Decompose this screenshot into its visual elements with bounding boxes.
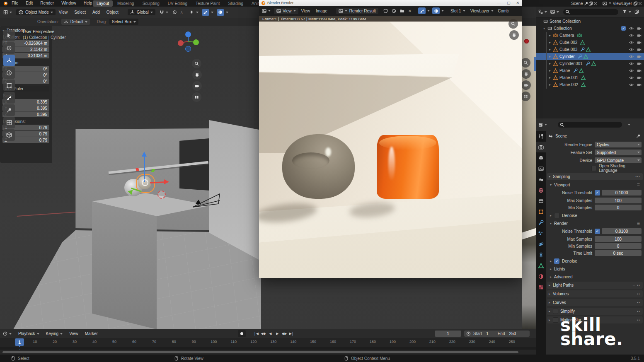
mode-dropdown[interactable]: Object Mode [16,9,56,15]
rw-overlays-toggle[interactable] [432,7,440,14]
properties-tab-scene[interactable] [536,174,546,185]
tool-move[interactable] [3,55,15,66]
workspace-tab-modeling[interactable]: Modeling [114,0,138,7]
outliner-search-input[interactable] [563,9,618,15]
scene-selector[interactable]: Scene [571,1,583,6]
transform-orientation-dropdown[interactable]: Global [128,9,155,15]
mesh-data-icon[interactable] [591,61,596,66]
r-denoise-checkbox[interactable]: ✓ [554,258,559,264]
viewlayer-selector[interactable]: ViewLayer [613,1,632,6]
properties-tab-constraints[interactable] [536,249,546,260]
frame-range-fields[interactable]: Start 1 End 250 [464,331,530,337]
mesh-data-icon[interactable] [583,54,588,59]
menu-file[interactable]: File [8,0,22,7]
viewlayer-browse-icon[interactable] [603,1,607,6]
feature-set-dropdown[interactable]: Supported [595,150,642,155]
r-noise-checkbox[interactable]: ✓ [595,229,600,234]
viewport-preset-icon[interactable]: ☰ [637,183,640,187]
disable-render-icon[interactable] [637,33,642,38]
disable-render-icon[interactable] [637,47,642,52]
mesh-data-icon[interactable] [581,75,586,80]
overlays-toggle[interactable] [217,9,224,16]
blender-logo-icon[interactable] [3,1,8,6]
viewport-menu-object[interactable]: Object [103,10,122,14]
tool-rotate[interactable] [3,67,15,79]
slot-dropdown[interactable]: Slot 1 [450,9,461,13]
tool-measure[interactable] [3,117,15,128]
next-keyframe-button[interactable]: ◆▶ [281,332,288,335]
workspace-tab-layout[interactable]: Layout [93,0,113,7]
simplify-checkbox[interactable] [553,309,558,314]
r-max-samples-field[interactable]: 100 [595,236,642,242]
filter-icon[interactable] [622,10,627,14]
vp-max-samples-field[interactable]: 100 [595,198,642,203]
workspace-tab-sculpting[interactable]: Sculpting [139,0,163,7]
render-engine-dropdown[interactable]: Cycles [595,142,642,147]
workspace-tab-shading[interactable]: Shading [224,0,247,7]
hide-viewport-icon[interactable] [629,75,634,80]
disable-render-icon[interactable] [637,40,642,45]
timeline-editor-type-icon[interactable] [3,331,7,336]
subpanel-lights[interactable]: ▸Lights [550,266,643,272]
outliner-row-camera[interactable]: ▸Camera [536,32,644,39]
panel-light-paths[interactable]: ▸Light Paths☰ ▪▪ [547,282,643,289]
jump-end-button[interactable]: ▶│ [288,332,295,335]
render-window-titlebar[interactable]: Blender Render — ▢ ✕ [259,0,522,6]
pin-icon[interactable] [584,1,588,6]
prev-keyframe-button[interactable]: ◀◆ [260,332,266,335]
tool-cursor[interactable] [3,42,15,54]
duplicate-scene-icon[interactable] [588,1,593,6]
sampling-panel-header[interactable]: ▾Sampling▪▪▪ [547,173,643,180]
panel-simplify[interactable]: ▸Simplify▪▪ [547,308,643,315]
modifier-icon[interactable] [578,54,582,59]
duplicate-viewlayer-icon[interactable] [633,1,638,6]
gizmo-center[interactable] [142,179,148,186]
modifier-icon[interactable] [573,68,578,73]
image-editor-menu-image[interactable]: Image [313,9,330,13]
outliner-row-plane-002[interactable]: ▸Plane.002 [536,81,644,88]
gizmo-plane-handle-red[interactable] [136,168,139,171]
properties-tab-material[interactable] [536,271,546,282]
viewport-zoom-icon[interactable] [192,59,201,68]
orientation-dropdown[interactable]: Default [61,19,90,25]
visibility-dropdown-icon[interactable] [190,10,194,14]
outliner-display-mode-icon[interactable] [550,10,555,14]
tool-select-box[interactable] [3,30,15,41]
snap-magnet-icon[interactable] [160,10,164,14]
camera-data-icon[interactable] [577,33,582,38]
unlink-image-icon[interactable]: ✕ [408,9,412,13]
close-icon[interactable]: ✕ [516,1,519,5]
properties-tab-output[interactable] [536,152,546,163]
properties-tab-object[interactable] [536,206,546,217]
modifier-icon[interactable] [586,61,590,66]
outliner-row-plane[interactable]: ▸Plane [536,67,644,74]
tool-scale[interactable] [3,80,15,91]
hide-viewport-icon[interactable] [629,26,634,31]
editor-type-icon[interactable] [3,10,8,14]
navigation-axis-gizmo[interactable] [177,31,199,52]
modifier-icon[interactable] [580,47,585,52]
hide-viewport-icon[interactable] [629,40,634,45]
motion-blur-checkbox[interactable] [553,317,558,323]
viewport-menu-view[interactable]: View [56,10,71,14]
disable-render-icon[interactable] [637,75,642,80]
timeline-menu-keying[interactable]: Keying [43,331,66,336]
mesh-data-icon[interactable] [580,40,585,45]
shield-icon[interactable] [383,9,388,13]
new-collection-icon[interactable] [634,10,639,14]
r-denoise-row[interactable]: ▸✓Denoise [550,258,643,264]
minimize-icon[interactable]: — [497,1,501,5]
viewport-section-header[interactable]: ▾Viewport☰ [550,182,643,188]
outliner-row-scene-collection[interactable]: Scene Collection [536,18,644,25]
outliner-editor-type-icon[interactable] [538,10,543,14]
outliner-row-cube-002[interactable]: ▸Cube.002 [536,39,644,46]
menu-edit[interactable]: Edit [22,0,36,7]
r-min-samples-field[interactable]: 0 [595,243,642,249]
hide-viewport-icon[interactable] [629,61,634,66]
rw-gizmo-toggle[interactable] [418,7,426,14]
disable-render-icon[interactable] [637,61,642,66]
jump-start-button[interactable]: │◀ [253,332,259,335]
falloff-icon[interactable]: ∧ [180,10,183,14]
panel-volumes[interactable]: ▸Volumes▪▪ [547,290,643,297]
outliner-row-cylinder-001[interactable]: ▸Cylinder.001 [536,60,644,67]
